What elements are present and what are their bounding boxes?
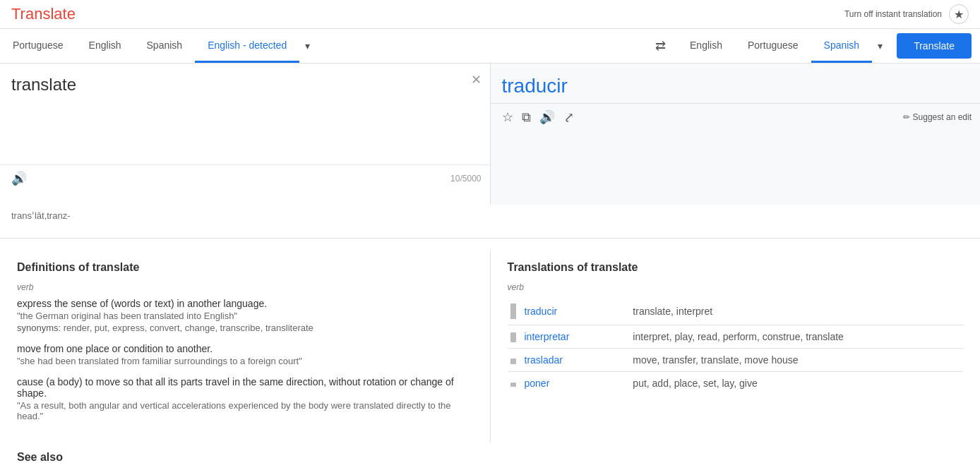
definitions-pos: verb — [17, 282, 473, 292]
freq-bar-cell — [508, 349, 522, 372]
turn-off-instant-button[interactable]: Turn off instant translation — [844, 9, 942, 19]
translations-table: traducir translate, interpret interpreta… — [508, 298, 964, 395]
see-also-section: See also to translate, translate into, t… — [0, 443, 980, 463]
def-synonyms-1: synonyms: render, put, express, convert,… — [17, 323, 473, 333]
output-share-button[interactable]: ⤤ — [561, 107, 577, 128]
definitions-heading-word: translate — [92, 261, 140, 273]
source-textarea[interactable]: translate — [0, 64, 490, 162]
output-toolbar: ☆ ⧉ 🔊 ⤤ ✏ Suggest an edit — [491, 103, 981, 131]
def-example-1: "the German original has been translated… — [17, 311, 473, 321]
bottom-content: Definitions of translate verb express th… — [0, 250, 980, 443]
definition-1: express the sense of (words or text) in … — [17, 298, 473, 333]
translation-word[interactable]: traducir — [522, 298, 631, 325]
definitions-section: Definitions of translate verb express th… — [0, 250, 491, 443]
see-also-title: See also — [17, 451, 963, 463]
def-example-2: "she had been translated from familiar s… — [17, 356, 473, 366]
synonyms-label-1: synonyms: — [17, 323, 61, 333]
source-panel: translate ✕ 🔊 10/5000 — [0, 64, 491, 205]
def-text-1: express the sense of (words or text) in … — [17, 298, 473, 309]
output-toolbar-left: ☆ ⧉ 🔊 ⤤ — [499, 107, 577, 128]
def-text-2: move from one place or condition to anot… — [17, 343, 473, 354]
translations-title: Translations of translate — [508, 261, 964, 274]
source-input-wrapper: translate ✕ — [0, 64, 490, 164]
top-bar: Translate Turn off instant translation ★ — [0, 0, 980, 29]
translation-row: poner put, add, place, set, lay, give — [508, 372, 964, 395]
star-icon: ★ — [954, 8, 964, 21]
definitions-title: Definitions of translate — [17, 261, 473, 274]
definitions-heading-prefix: Definitions of — [17, 261, 92, 273]
def-example-3: "As a result, both angular and vertical … — [17, 400, 473, 421]
translation-alts: put, add, place, set, lay, give — [630, 372, 963, 395]
suggest-edit-icon: ✏ — [903, 112, 910, 122]
divider — [0, 238, 980, 239]
char-count: 10/5000 — [450, 174, 481, 184]
phonetic-text: transˈlāt,tranz- — [0, 205, 980, 227]
definition-2: move from one place or condition to anot… — [17, 343, 473, 366]
translation-word[interactable]: poner — [522, 372, 631, 395]
definition-3: cause (a body) to move so that all its p… — [17, 376, 473, 421]
translation-row: interpretar interpret, play, read, perfo… — [508, 325, 964, 349]
source-tab-english-detected[interactable]: English - detected — [195, 30, 299, 63]
target-lang-tabs: English Portuguese Spanish ▾ — [677, 30, 888, 63]
freq-bar-cell — [508, 298, 522, 325]
translations-pos: verb — [508, 282, 964, 292]
translation-alts: interpret, play, read, perform, construe… — [630, 325, 963, 349]
freq-bar — [510, 303, 516, 319]
suggest-edit-label: Suggest an edit — [913, 112, 972, 122]
source-tab-portuguese[interactable]: Portuguese — [0, 30, 76, 63]
language-bar: Portuguese English Spanish English - det… — [0, 29, 980, 64]
source-tab-english[interactable]: English — [76, 30, 134, 63]
app-title: Translate — [11, 5, 76, 23]
clear-input-button[interactable]: ✕ — [471, 72, 482, 88]
main-translation-area: translate ✕ 🔊 10/5000 traducir ☆ ⧉ 🔊 ⤤ ✏… — [0, 64, 980, 205]
output-speaker-button[interactable]: 🔊 — [537, 107, 558, 128]
translation-alts: translate, interpret — [630, 298, 963, 325]
translation-alts: move, transfer, translate, move house — [630, 349, 963, 372]
target-lang-more-button[interactable]: ▾ — [872, 30, 888, 63]
source-lang-more-button[interactable]: ▾ — [299, 30, 316, 63]
target-tab-english[interactable]: English — [677, 30, 735, 63]
translations-heading-prefix: Translations of — [508, 261, 591, 273]
translation-word[interactable]: trasladar — [522, 349, 631, 372]
top-bar-right: Turn off instant translation ★ — [844, 4, 969, 24]
translations-section: Translations of translate verb traducir … — [491, 250, 981, 443]
translation-word[interactable]: interpretar — [522, 325, 631, 349]
translations-heading-word: translate — [591, 261, 638, 273]
freq-bar-cell — [508, 372, 522, 395]
translate-button[interactable]: Translate — [897, 33, 972, 59]
target-panel: traducir ☆ ⧉ 🔊 ⤤ ✏ Suggest an edit — [491, 64, 981, 205]
freq-bar — [510, 383, 516, 387]
target-tab-spanish[interactable]: Spanish — [811, 30, 873, 63]
output-copy-button[interactable]: ⧉ — [519, 107, 534, 128]
suggest-edit-button[interactable]: ✏ Suggest an edit — [903, 112, 972, 122]
swap-languages-button[interactable]: ⇄ — [644, 32, 677, 59]
freq-bar — [510, 332, 516, 342]
output-star-button[interactable]: ☆ — [499, 107, 516, 128]
freq-bar-cell — [508, 325, 522, 349]
source-toolbar: 🔊 10/5000 — [0, 164, 490, 192]
source-speaker-button[interactable]: 🔊 — [8, 168, 30, 189]
def-text-3: cause (a body) to move so that all its p… — [17, 376, 473, 399]
star-button[interactable]: ★ — [949, 4, 969, 24]
translation-row: trasladar move, transfer, translate, mov… — [508, 349, 964, 372]
translation-row: traducir translate, interpret — [508, 298, 964, 325]
source-lang-tabs: Portuguese English Spanish English - det… — [0, 30, 644, 63]
target-tab-portuguese[interactable]: Portuguese — [735, 30, 811, 63]
freq-bar — [510, 359, 516, 364]
source-tab-spanish[interactable]: Spanish — [134, 30, 196, 63]
translation-output: traducir — [491, 64, 981, 103]
synonyms-1: render, put, express, convert, change, t… — [64, 323, 313, 333]
